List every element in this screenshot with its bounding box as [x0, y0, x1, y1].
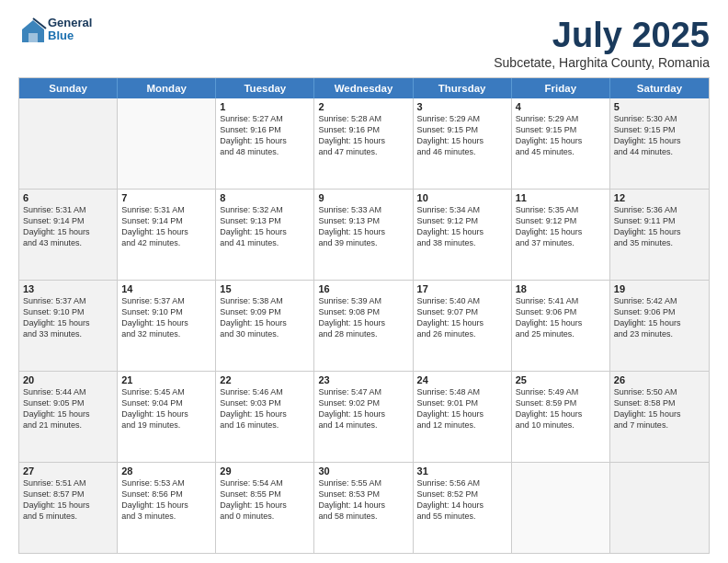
cell-info-line: Sunrise: 5:29 AM — [417, 113, 507, 124]
day-number: 4 — [516, 101, 606, 112]
cell-info-line: Daylight: 15 hours — [417, 226, 507, 237]
cell-info-line: and 43 minutes. — [23, 237, 113, 248]
cell-info-line: and 25 minutes. — [516, 328, 606, 339]
cell-info-line: Sunrise: 5:55 AM — [318, 477, 408, 488]
page: General Blue July 2025 Subcetate, Harghi… — [0, 0, 728, 563]
calendar-row-5: 27Sunrise: 5:51 AMSunset: 8:57 PMDayligh… — [19, 462, 709, 553]
calendar-cell: 29Sunrise: 5:54 AMSunset: 8:55 PMDayligh… — [216, 463, 314, 553]
calendar-cell: 16Sunrise: 5:39 AMSunset: 9:08 PMDayligh… — [314, 281, 413, 371]
cell-info-line: Sunset: 9:13 PM — [220, 215, 310, 226]
cell-info-line: Sunset: 9:12 PM — [516, 215, 606, 226]
cell-info-line: and 28 minutes. — [318, 328, 408, 339]
day-number: 17 — [417, 283, 507, 294]
calendar-cell — [610, 463, 709, 553]
day-number: 30 — [318, 465, 408, 477]
cell-info-line: and 21 minutes. — [23, 419, 113, 431]
calendar-cell: 28Sunrise: 5:53 AMSunset: 8:56 PMDayligh… — [118, 463, 216, 553]
cell-info-line: and 44 minutes. — [614, 146, 705, 157]
cell-info-line: Sunrise: 5:32 AM — [220, 204, 310, 215]
cell-info-line: Daylight: 15 hours — [614, 408, 705, 419]
cell-info-line: and 48 minutes. — [220, 146, 310, 157]
cell-info-line: and 42 minutes. — [121, 237, 211, 248]
cell-info-line: Daylight: 15 hours — [614, 317, 705, 328]
title-block: July 2025 Subcetate, Harghita County, Ro… — [494, 17, 710, 70]
calendar-cell: 19Sunrise: 5:42 AMSunset: 9:06 PMDayligh… — [610, 281, 709, 371]
cell-info-line: and 32 minutes. — [121, 328, 211, 339]
logo-general: General — [48, 17, 92, 29]
calendar-cell: 15Sunrise: 5:38 AMSunset: 9:09 PMDayligh… — [216, 281, 314, 371]
cell-info-line: Sunset: 8:52 PM — [417, 488, 507, 500]
cell-info-line: Sunset: 8:57 PM — [23, 488, 113, 500]
calendar-cell — [512, 463, 610, 553]
day-number: 22 — [220, 374, 310, 385]
cell-info-line: Sunset: 9:04 PM — [121, 397, 211, 408]
cell-info-line: and 35 minutes. — [614, 237, 705, 248]
cell-info-line: Daylight: 15 hours — [220, 135, 310, 146]
day-number: 6 — [23, 192, 113, 203]
cell-info-line: Daylight: 15 hours — [417, 317, 507, 328]
cell-info-line: Daylight: 15 hours — [417, 135, 507, 146]
cell-info-line: Sunrise: 5:54 AM — [220, 477, 310, 488]
cell-info-line: Daylight: 15 hours — [121, 317, 211, 328]
cell-info-line: Sunset: 9:10 PM — [121, 306, 211, 317]
cell-info-line: Sunset: 9:06 PM — [614, 306, 705, 317]
title-location: Subcetate, Harghita County, Romania — [494, 55, 710, 70]
day-number: 27 — [23, 465, 113, 477]
cell-info-line: Sunset: 9:09 PM — [220, 306, 310, 317]
header-day-thursday: Thursday — [414, 78, 512, 98]
calendar-cell: 22Sunrise: 5:46 AMSunset: 9:03 PMDayligh… — [216, 372, 314, 462]
day-number: 15 — [220, 283, 310, 294]
cell-info-line: Sunset: 9:01 PM — [417, 397, 507, 408]
cell-info-line: and 14 minutes. — [318, 419, 408, 431]
cell-info-line: Sunrise: 5:33 AM — [318, 204, 408, 215]
calendar-row-2: 6Sunrise: 5:31 AMSunset: 9:14 PMDaylight… — [19, 189, 709, 280]
day-number: 8 — [220, 192, 310, 203]
calendar-cell: 18Sunrise: 5:41 AMSunset: 9:06 PMDayligh… — [512, 281, 610, 371]
logo-text: General Blue — [48, 17, 92, 43]
cell-info-line: and 23 minutes. — [614, 328, 705, 339]
calendar-cell: 21Sunrise: 5:45 AMSunset: 9:04 PMDayligh… — [118, 372, 216, 462]
day-number: 13 — [23, 283, 113, 294]
cell-info-line: Sunset: 9:07 PM — [417, 306, 507, 317]
cell-info-line: Sunrise: 5:49 AM — [516, 386, 606, 397]
day-number: 25 — [516, 374, 606, 385]
header-day-saturday: Saturday — [610, 78, 709, 98]
cell-info-line: and 10 minutes. — [516, 419, 606, 431]
cell-info-line: Sunrise: 5:56 AM — [417, 477, 507, 488]
cell-info-line: Sunrise: 5:40 AM — [417, 295, 507, 306]
cell-info-line: Daylight: 15 hours — [220, 226, 310, 237]
cell-info-line: and 38 minutes. — [417, 237, 507, 248]
cell-info-line: Daylight: 15 hours — [516, 135, 606, 146]
cell-info-line: Sunset: 9:12 PM — [417, 215, 507, 226]
cell-info-line: and 37 minutes. — [516, 237, 606, 248]
cell-info-line: Sunrise: 5:44 AM — [23, 386, 113, 397]
day-number: 20 — [23, 374, 113, 385]
day-number: 7 — [121, 192, 211, 203]
header-day-monday: Monday — [118, 78, 216, 98]
cell-info-line: and 45 minutes. — [516, 146, 606, 157]
cell-info-line: Sunrise: 5:37 AM — [121, 295, 211, 306]
cell-info-line: Daylight: 14 hours — [318, 500, 408, 511]
calendar-cell: 27Sunrise: 5:51 AMSunset: 8:57 PMDayligh… — [19, 463, 118, 553]
cell-info-line: Daylight: 14 hours — [417, 500, 507, 511]
cell-info-line: Daylight: 15 hours — [318, 226, 408, 237]
cell-info-line: Sunrise: 5:47 AM — [318, 386, 408, 397]
header: General Blue July 2025 Subcetate, Harghi… — [18, 17, 710, 70]
cell-info-line: Daylight: 15 hours — [121, 408, 211, 419]
cell-info-line: and 46 minutes. — [417, 146, 507, 157]
cell-info-line: Daylight: 15 hours — [23, 226, 113, 237]
cell-info-line: Daylight: 15 hours — [121, 500, 211, 511]
header-day-sunday: Sunday — [19, 78, 118, 98]
cell-info-line: and 5 minutes. — [23, 511, 113, 522]
cell-info-line: Daylight: 15 hours — [614, 226, 705, 237]
calendar-cell: 2Sunrise: 5:28 AMSunset: 9:16 PMDaylight… — [314, 98, 413, 189]
cell-info-line: Daylight: 15 hours — [220, 500, 310, 511]
cell-info-line: and 39 minutes. — [318, 237, 408, 248]
calendar-cell — [19, 98, 118, 189]
calendar-cell: 11Sunrise: 5:35 AMSunset: 9:12 PMDayligh… — [512, 190, 610, 280]
cell-info-line: Sunset: 9:08 PM — [318, 306, 408, 317]
header-day-wednesday: Wednesday — [314, 78, 413, 98]
cell-info-line: Sunrise: 5:41 AM — [516, 295, 606, 306]
cell-info-line: Sunset: 9:03 PM — [220, 397, 310, 408]
cell-info-line: Daylight: 15 hours — [318, 317, 408, 328]
